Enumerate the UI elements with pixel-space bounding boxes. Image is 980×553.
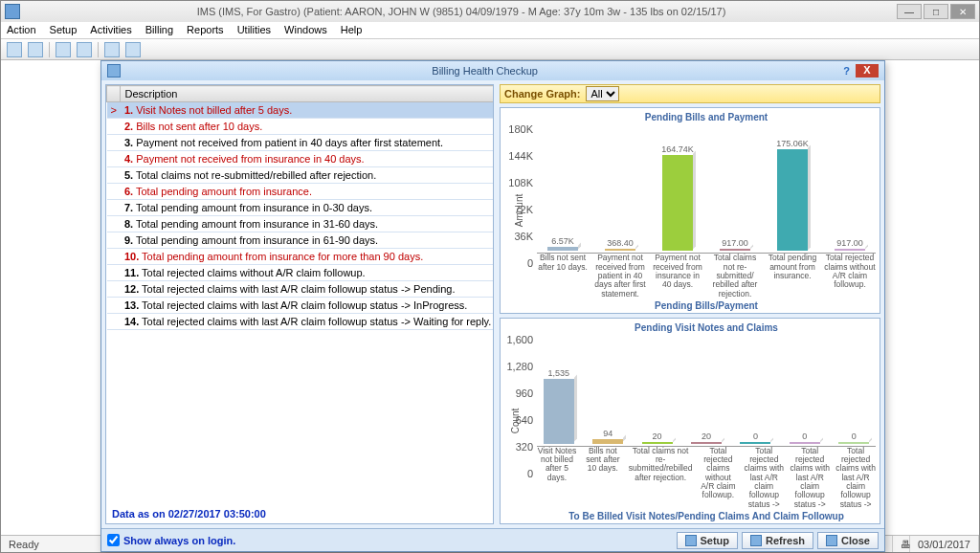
separator <box>98 42 99 57</box>
chart1-title: Pending Bills and Payment <box>537 112 876 122</box>
table-row[interactable]: 14. Total rejected claims with last A/R … <box>107 314 494 330</box>
bar: 20 <box>684 431 727 444</box>
chart-pending-bills: Pending Bills and Payment Amount 180K144… <box>500 107 880 314</box>
menu-action[interactable]: Action <box>7 24 36 36</box>
toolbar-icon[interactable] <box>28 42 43 57</box>
gear-icon <box>685 535 697 546</box>
table-row[interactable]: 8. Total pending amount from insurance i… <box>107 216 494 232</box>
close-icon <box>826 535 837 546</box>
toolbar-icon[interactable] <box>7 42 22 57</box>
separator <box>49 42 50 57</box>
menubar: ActionSetupActivitiesBillingReportsUtili… <box>1 22 979 39</box>
close-button[interactable]: Close <box>817 532 879 549</box>
table-row[interactable]: 12. Total rejected claims with last A/R … <box>107 281 494 298</box>
table-row[interactable]: >1. Visit Notes not billed after 5 days.… <box>107 102 494 119</box>
menu-billing[interactable]: Billing <box>145 24 173 36</box>
charts-pane: Change Graph: All Pending Bills and Paym… <box>500 84 880 524</box>
app-titlebar: IMS (IMS, For Gastro) (Patient: AARON, J… <box>1 1 979 22</box>
bar: 0 <box>783 431 826 444</box>
bar: 917.00 <box>709 238 761 251</box>
refresh-button[interactable]: Refresh <box>742 532 813 549</box>
table-row[interactable]: 3. Payment not received from patient in … <box>107 135 494 151</box>
bar: 917.00 <box>824 238 876 251</box>
dialog-title: Billing Health Checkup <box>126 65 843 77</box>
metrics-table: Description Count Amount >1. Visit Notes… <box>106 85 493 330</box>
menu-setup[interactable]: Setup <box>50 24 78 36</box>
chart2-subtitle: To Be Billed Visit Notes/Pending Claims … <box>537 511 876 521</box>
bar: 175.06K <box>767 139 818 252</box>
menu-reports[interactable]: Reports <box>187 24 224 36</box>
dialog-close-button[interactable]: X <box>856 64 879 77</box>
dialog-footer: Show always on login. Setup Refresh Clos… <box>101 528 884 551</box>
toolbar-icon[interactable] <box>104 42 120 57</box>
bar: 94 <box>586 429 629 443</box>
menu-utilities[interactable]: Utilities <box>237 24 271 36</box>
bar: 0 <box>734 431 777 444</box>
col-description[interactable]: Description <box>121 86 493 102</box>
menu-activities[interactable]: Activities <box>90 24 131 36</box>
billing-health-dialog: Billing Health Checkup ? X Description C… <box>100 60 885 552</box>
workarea: Billing Health Checkup ? X Description C… <box>1 60 979 535</box>
app-icon <box>5 4 20 19</box>
table-row[interactable]: 9. Total pending amount from insurance i… <box>107 232 494 249</box>
table-row[interactable]: 4. Payment not received from insurance i… <box>107 151 494 167</box>
bar: 1,535 <box>537 368 580 443</box>
app-close-button[interactable]: ✕ <box>950 4 975 19</box>
table-row[interactable]: 5. Total claims not re-submitted/rebille… <box>107 167 494 184</box>
dialog-body: Description Count Amount >1. Visit Notes… <box>101 80 884 528</box>
app-window: IMS (IMS, For Gastro) (Patient: AARON, J… <box>0 0 980 553</box>
dialog-titlebar: Billing Health Checkup ? X <box>101 61 884 80</box>
metrics-table-pane: Description Count Amount >1. Visit Notes… <box>105 84 494 524</box>
maximize-button[interactable]: □ <box>924 4 948 19</box>
bar: 0 <box>833 431 876 444</box>
change-graph-select[interactable]: All <box>586 86 619 101</box>
toolbar-icon[interactable] <box>77 42 92 57</box>
show-always-label: Show always on login. <box>123 535 235 546</box>
chart2-title: Pending Visit Notes and Claims <box>537 322 876 333</box>
data-as-on: Data as on 02/27/2017 03:50:00 <box>106 504 493 523</box>
help-icon[interactable]: ? <box>843 65 850 77</box>
change-graph-label: Change Graph: <box>504 88 580 100</box>
bar: 6.57K <box>537 236 589 251</box>
app-title: IMS (IMS, For Gastro) (Patient: AARON, J… <box>26 6 897 17</box>
refresh-icon <box>750 535 762 546</box>
chart-pending-notes: Pending Visit Notes and Claims Count 1,6… <box>500 318 880 524</box>
table-row[interactable]: 7. Total pending amount from insurance i… <box>107 200 494 216</box>
table-row[interactable]: 11. Total rejected claims without A/R cl… <box>107 265 494 281</box>
menu-help[interactable]: Help <box>341 24 363 36</box>
chart1-subtitle: Pending Bills/Payment <box>537 300 876 311</box>
setup-button[interactable]: Setup <box>677 532 739 549</box>
menu-windows[interactable]: Windows <box>284 24 327 36</box>
toolbar-icon[interactable] <box>125 42 141 57</box>
table-row[interactable]: 10. Total pending amount from insurance … <box>107 249 494 265</box>
table-row[interactable]: 6. Total pending amount from insurance.1… <box>107 184 494 200</box>
show-always-input[interactable] <box>107 534 120 546</box>
table-row[interactable]: 13. Total rejected claims with last A/R … <box>107 298 494 314</box>
bar: 164.74K <box>652 144 703 251</box>
bar: 20 <box>635 431 679 444</box>
change-graph-bar: Change Graph: All <box>500 84 880 103</box>
bar: 368.40 <box>594 238 646 251</box>
toolbar-icon[interactable] <box>56 42 71 57</box>
app-toolbar <box>1 39 979 60</box>
show-always-checkbox[interactable]: Show always on login. <box>107 534 235 546</box>
dialog-icon <box>107 64 121 77</box>
table-row[interactable]: 2. Bills not sent after 10 days.946,569.… <box>107 119 494 135</box>
minimize-button[interactable]: — <box>897 4 922 19</box>
status-date: 03/01/2017 <box>910 536 979 552</box>
